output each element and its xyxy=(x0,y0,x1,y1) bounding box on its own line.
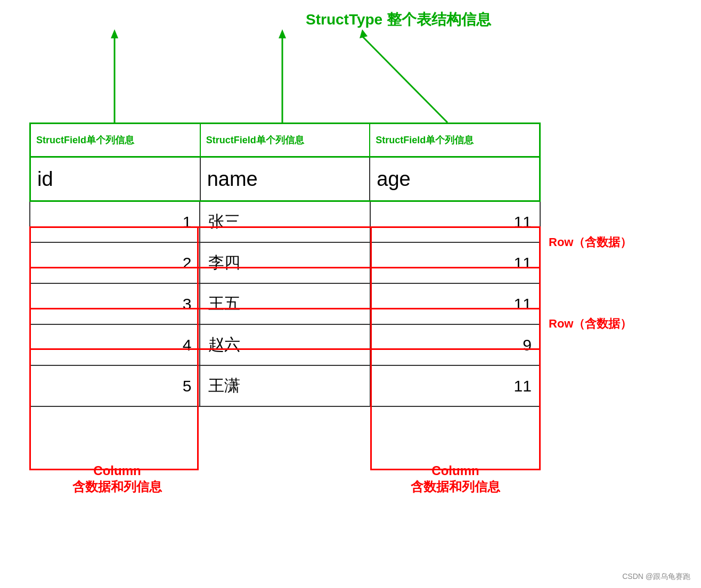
svg-line-4 xyxy=(362,36,447,123)
data-row-3: 4 赵六 9 xyxy=(29,325,541,366)
cell-0-id: 1 xyxy=(30,202,200,242)
svg-marker-1 xyxy=(111,29,118,38)
struct-type-title: StructType 整个表结构信息 xyxy=(176,10,621,30)
cell-4-id: 5 xyxy=(30,366,200,406)
svg-marker-5 xyxy=(360,29,368,38)
data-row-2: 3 王五 11 xyxy=(29,284,541,325)
cell-3-name: 赵六 xyxy=(200,325,370,365)
header-cell-0: StructField单个列信息 xyxy=(31,124,201,156)
cell-1-id: 2 xyxy=(30,243,200,283)
data-row-0: 1 张三 11 xyxy=(29,202,541,243)
cell-4-age: 11 xyxy=(371,366,540,406)
cell-4-name: 王潇 xyxy=(200,366,370,406)
watermark: CSDN @跟乌龟赛跑 xyxy=(622,572,690,582)
cell-0-name: 张三 xyxy=(200,202,370,242)
diagram-container: StructType 整个表结构信息 StructField单个列信息 Stru… xyxy=(0,0,701,588)
header-cell-1: StructField单个列信息 xyxy=(201,124,371,156)
col-name: name xyxy=(201,158,371,200)
cell-0-age: 11 xyxy=(371,202,540,242)
cell-1-age: 11 xyxy=(371,243,540,283)
data-row-1: 2 李四 11 xyxy=(29,243,541,284)
col-id-label: Column含数据和列信息 xyxy=(43,463,192,495)
svg-marker-3 xyxy=(279,29,286,38)
data-row-4: 5 王潇 11 xyxy=(29,366,541,407)
header-cell-2: StructField单个列信息 xyxy=(370,124,539,156)
cell-1-name: 李四 xyxy=(200,243,370,283)
cell-2-age: 11 xyxy=(371,284,540,324)
col-age-label: Column含数据和列信息 xyxy=(378,463,533,495)
colname-row: id name age xyxy=(29,158,541,202)
cell-3-id: 4 xyxy=(30,325,200,365)
cell-2-id: 3 xyxy=(30,284,200,324)
table-wrapper: StructField单个列信息 StructField单个列信息 Struct… xyxy=(29,123,541,407)
row-label-1: Row（含数据） xyxy=(549,234,632,250)
header-row: StructField单个列信息 StructField单个列信息 Struct… xyxy=(29,123,541,158)
cell-3-age: 9 xyxy=(371,325,540,365)
col-age: age xyxy=(370,158,539,200)
row-label-3: Row（含数据） xyxy=(549,316,632,332)
cell-2-name: 王五 xyxy=(200,284,370,324)
col-id: id xyxy=(31,158,201,200)
